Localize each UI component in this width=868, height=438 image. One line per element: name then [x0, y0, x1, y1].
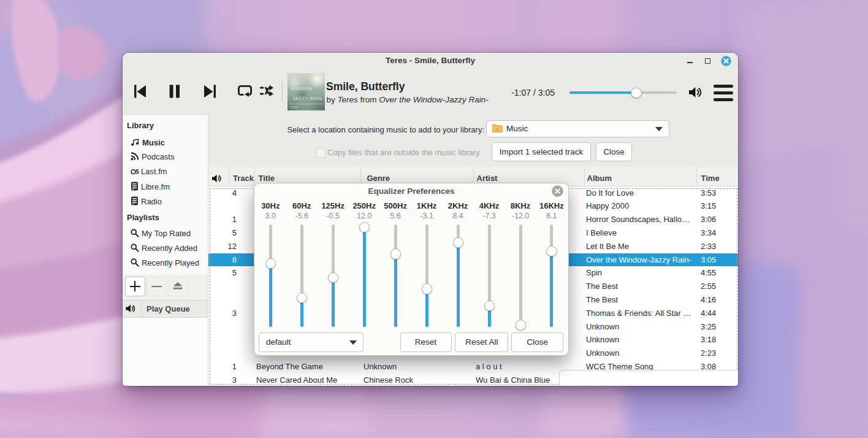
svg-text:♪: ♪ [496, 126, 498, 132]
